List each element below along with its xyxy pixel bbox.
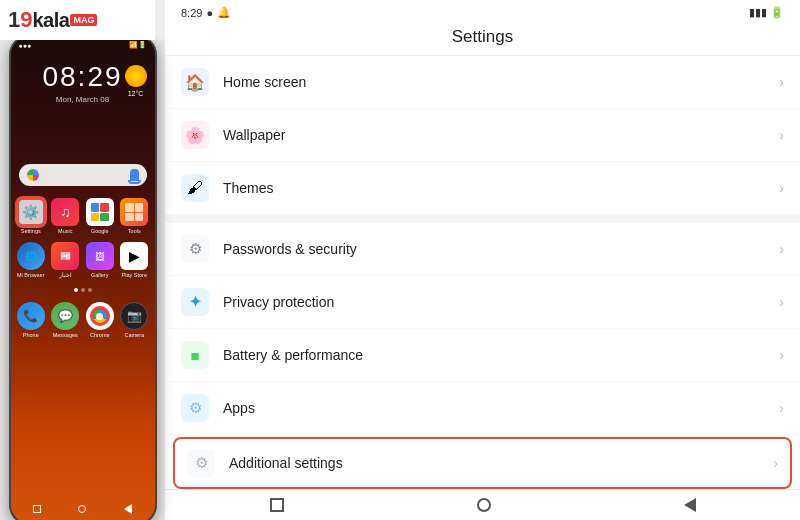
dot-3 [88,288,92,292]
privacy-label: Privacy protection [223,294,779,310]
circle-icon [78,505,86,513]
status-alarm-icon: 🔔 [217,6,231,19]
home-screen-icon: 🏠 [181,68,209,96]
home-circle-icon [477,498,491,512]
battery-icon: 🔋 [770,6,784,19]
news-app-icon: 📰 [51,242,79,270]
settings-item-additional[interactable]: ⚙ Additional settings › [173,437,792,489]
logo-brand-icon: 9 [20,7,32,33]
phone-wrapper: ●●● 📶🔋 12°C 08:29 Mon, March 08 [0,40,165,520]
settings-item-battery[interactable]: ■ Battery & performance › [165,329,800,382]
app-phone[interactable]: 📞 Phone [17,302,46,338]
phone-app-icon: 📞 [17,302,45,330]
phone-mockup: ●●● 📶🔋 12°C 08:29 Mon, March 08 [9,35,157,520]
app-label-messages: Messages [53,332,78,338]
app-music[interactable]: ♫ Music [51,198,80,234]
settings-list: 🏠 Home screen › 🌸 Wallpaper › 🖌 Themes › [165,56,800,489]
settings-status-bar: 8:29 ● 🔔 ▮▮▮ 🔋 [165,0,800,23]
home-screen-chevron: › [779,74,784,90]
app-gallery[interactable]: 🖼 Gallery [86,242,115,278]
nav-home-settings-btn[interactable] [477,498,491,512]
additional-settings-label: Additional settings [229,455,773,471]
status-wifi-icon: ● [206,7,213,19]
settings-item-wallpaper[interactable]: 🌸 Wallpaper › [165,109,800,162]
tools-app-icon [120,198,148,226]
phone-search-bar[interactable] [19,164,147,186]
apps-label: Apps [223,400,779,416]
themes-chevron: › [779,180,784,196]
status-right: ▮▮▮ 🔋 [749,6,784,19]
google-logo-icon [27,169,39,181]
signal-icon: ▮▮▮ [749,6,767,19]
nav-home-btn[interactable] [76,503,88,515]
weather-widget: 12°C [125,65,147,98]
app-grid-row3: 📞 Phone 💬 Messages Chrom [11,298,155,342]
passwords-icon: ⚙ [181,235,209,263]
settings-item-themes[interactable]: 🖌 Themes › [165,162,800,215]
battery-perf-icon: ■ [181,341,209,369]
nav-back-settings-btn[interactable] [684,498,696,512]
home-screen-label: Home screen [223,74,779,90]
settings-item-privacy[interactable]: ✦ Privacy protection › [165,276,800,329]
app-label-camera: Camera [124,332,144,338]
settings-panel: 8:29 ● 🔔 ▮▮▮ 🔋 Settings 🏠 Home screen › … [165,0,800,520]
app-google[interactable]: Google [86,198,115,234]
app-label-music: Music [58,228,72,234]
nav-back-btn[interactable] [122,503,134,515]
weather-temp: 12°C [128,90,144,97]
additional-settings-chevron: › [773,455,778,471]
app-chrome[interactable]: Chrome [86,302,115,338]
apps-chevron: › [779,400,784,416]
app-grid-row2: 🌐 Mi Browser 📰 اخبار 🖼 Gallery [11,238,155,282]
settings-item-passwords[interactable]: ⚙ Passwords & security › [165,223,800,276]
settings-nav-bar [165,489,800,520]
app-label-tools: Tools [128,228,141,234]
back-triangle-icon [684,498,696,512]
music-app-icon: ♫ [51,198,79,226]
logo-mag-badge: MAG [70,14,97,26]
app-label-chrome: Chrome [90,332,110,338]
settings-item-apps[interactable]: ⚙ Apps › [165,382,800,435]
google-app-icon [86,198,114,226]
app-play-store[interactable]: ▶ Play Store [120,242,149,278]
play-store-icon: ▶ [120,242,148,270]
app-label-browser: Mi Browser [17,272,45,278]
triangle-icon [124,504,132,514]
wallpaper-label: Wallpaper [223,127,779,143]
app-camera[interactable]: 📷 Camera [120,302,149,338]
app-label-news: اخبار [59,272,72,278]
app-tools[interactable]: Tools [120,198,149,234]
app-label-google: Google [91,228,109,234]
wallpaper-icon: 🌸 [181,121,209,149]
app-news[interactable]: 📰 اخبار [51,242,80,278]
camera-app-icon: 📷 [120,302,148,330]
weather-icon [125,65,147,87]
phone-status-icons-right: 📶🔋 [129,41,147,49]
phone-nav-bar [11,499,155,519]
page-dots [11,288,155,292]
divider-1 [165,215,800,223]
app-label-play: Play Store [122,272,147,278]
passwords-chevron: › [779,241,784,257]
dot-2 [81,288,85,292]
app-settings[interactable]: ⚙️ Settings [17,198,46,234]
phone-screen: ●●● 📶🔋 12°C 08:29 Mon, March 08 [11,37,155,520]
gallery-app-icon: 🖼 [86,242,114,270]
nav-square-btn[interactable] [31,503,43,515]
settings-title: Settings [165,23,800,56]
app-messages[interactable]: 💬 Messages [51,302,80,338]
browser-app-icon: 🌐 [17,242,45,270]
recents-square-icon [270,498,284,512]
messages-app-icon: 💬 [51,302,79,330]
mic-icon [130,169,139,181]
battery-chevron: › [779,347,784,363]
logo-area: 1 9 kala MAG [0,0,155,40]
wallpaper-chevron: › [779,127,784,143]
passwords-label: Passwords & security [223,241,779,257]
app-browser[interactable]: 🌐 Mi Browser [17,242,46,278]
settings-item-home-screen[interactable]: 🏠 Home screen › [165,56,800,109]
apps-icon: ⚙ [181,394,209,422]
app-label-settings: Settings [21,228,41,234]
phone-status-icons-left: ●●● [19,42,32,49]
nav-recents-btn[interactable] [270,498,284,512]
